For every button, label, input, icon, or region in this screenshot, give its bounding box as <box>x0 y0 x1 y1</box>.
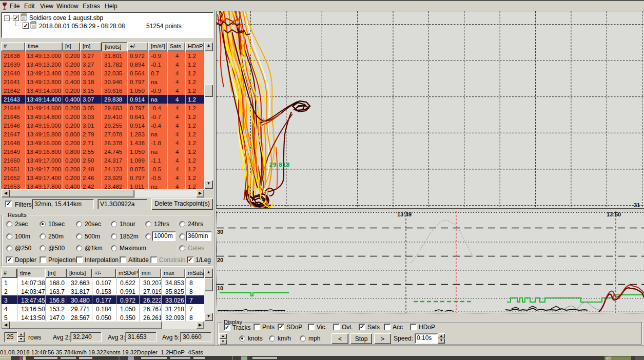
svg-text:20: 20 <box>217 257 223 263</box>
svg-text:31: 31 <box>634 202 640 208</box>
svg-text:30: 30 <box>217 229 223 235</box>
svg-text:13:50: 13:50 <box>607 211 621 217</box>
svg-text:29.818: 29.818 <box>269 162 290 168</box>
svg-text:13:49: 13:49 <box>397 211 412 217</box>
svg-text:10: 10 <box>217 285 223 291</box>
